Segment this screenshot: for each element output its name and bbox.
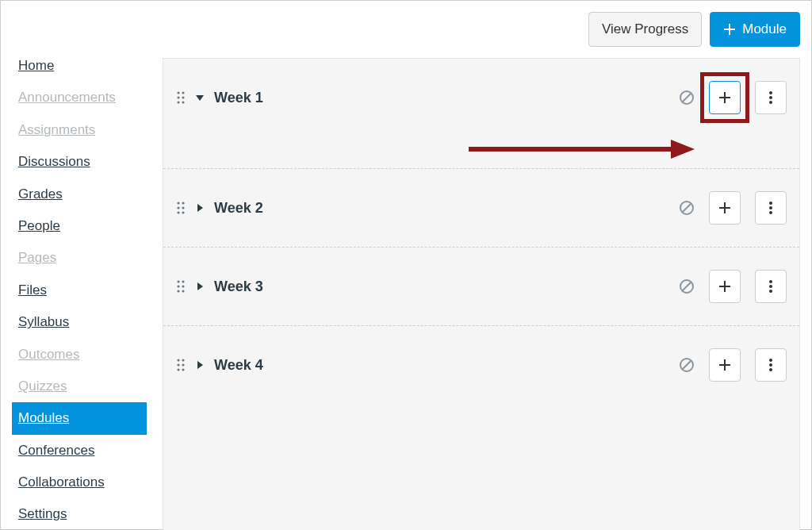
module-options-button[interactable]	[755, 191, 787, 225]
drag-handle-icon[interactable]	[176, 90, 186, 105]
sidebar-item-conferences[interactable]: Conferences	[12, 435, 147, 467]
drag-handle-icon[interactable]	[176, 279, 186, 294]
svg-point-10	[769, 96, 772, 99]
plus-icon	[718, 91, 731, 104]
svg-point-47	[769, 368, 772, 371]
sidebar-item-outcomes[interactable]: Outcomes	[12, 339, 147, 371]
plus-icon	[718, 359, 731, 371]
unpublished-icon[interactable]	[679, 357, 695, 373]
module-options-button[interactable]	[755, 270, 787, 303]
module-options-button[interactable]	[755, 348, 787, 382]
svg-point-13	[182, 202, 184, 204]
drag-handle-icon[interactable]	[176, 201, 186, 215]
sidebar-item-modules[interactable]: Modules	[12, 402, 147, 434]
sidebar-item-pages[interactable]: Pages	[12, 242, 147, 274]
svg-marker-30	[197, 282, 203, 290]
caret-right-icon[interactable]	[195, 360, 205, 370]
module-header: Week 4	[163, 326, 799, 404]
module-list: Week 1Week 2Week 3Week 4	[163, 58, 800, 530]
kebab-icon	[768, 90, 773, 105]
svg-point-38	[177, 363, 179, 366]
sidebar-item-discussions[interactable]: Discussions	[12, 146, 147, 178]
add-item-highlight-box	[703, 185, 747, 231]
kebab-icon	[768, 358, 773, 372]
kebab-icon	[768, 279, 773, 294]
sidebar-item-quizzes[interactable]: Quizzes	[12, 371, 147, 402]
sidebar-item-home[interactable]: Home	[12, 50, 147, 82]
svg-point-17	[182, 211, 184, 213]
svg-point-45	[769, 359, 772, 362]
add-item-highlight-box	[703, 342, 747, 388]
svg-marker-42	[197, 361, 203, 369]
svg-point-23	[769, 211, 772, 214]
module: Week 3	[163, 247, 799, 325]
modules-main: Week 1Week 2Week 3Week 4	[163, 58, 800, 530]
sidebar-item-collaborations[interactable]: Collaborations	[12, 467, 147, 498]
module-title: Week 4	[214, 357, 263, 374]
svg-point-28	[177, 290, 179, 292]
svg-point-0	[177, 91, 179, 94]
module-actions	[679, 263, 787, 309]
svg-point-46	[769, 363, 772, 367]
module-title: Week 3	[214, 278, 263, 295]
svg-point-5	[182, 101, 184, 103]
module: Week 1	[163, 59, 799, 168]
add-item-highlight-box	[703, 75, 747, 121]
module-actions	[679, 342, 787, 388]
svg-marker-6	[196, 95, 204, 101]
module-title: Week 1	[214, 90, 263, 106]
kebab-icon	[768, 201, 773, 215]
sidebar-item-assignments[interactable]: Assignments	[12, 114, 147, 146]
svg-point-40	[177, 368, 179, 371]
svg-point-12	[177, 202, 179, 204]
sidebar-item-announcements[interactable]: Announcements	[12, 82, 147, 113]
svg-point-34	[769, 285, 772, 288]
svg-line-20	[683, 204, 691, 213]
module-options-button[interactable]	[755, 81, 787, 114]
module: Week 2	[163, 168, 799, 247]
content: HomeAnnouncementsAssignmentsDiscussionsG…	[1, 47, 811, 530]
plus-icon	[718, 280, 731, 293]
unpublished-icon[interactable]	[679, 200, 695, 216]
svg-point-41	[182, 368, 184, 371]
svg-point-37	[182, 359, 184, 361]
svg-point-36	[177, 359, 179, 361]
add-item-button[interactable]	[709, 270, 741, 303]
add-item-button[interactable]	[709, 348, 741, 382]
svg-point-16	[177, 211, 179, 213]
sidebar-item-files[interactable]: Files	[12, 275, 147, 306]
add-item-highlight-box	[703, 263, 747, 309]
svg-line-8	[683, 94, 691, 102]
module: Week 4	[163, 325, 799, 404]
topbar: View Progress Module	[1, 1, 811, 47]
module-header: Week 2	[163, 169, 799, 247]
drag-handle-icon[interactable]	[176, 358, 186, 372]
svg-point-24	[177, 280, 179, 282]
caret-right-icon[interactable]	[195, 282, 205, 291]
svg-point-3	[182, 96, 184, 98]
sidebar-item-people[interactable]: People	[12, 210, 147, 242]
unpublished-icon[interactable]	[679, 278, 695, 294]
sidebar-item-settings[interactable]: Settings	[12, 498, 147, 530]
add-item-button[interactable]	[709, 81, 741, 114]
svg-point-33	[769, 280, 772, 283]
course-nav-sidebar: HomeAnnouncementsAssignmentsDiscussionsG…	[12, 47, 147, 530]
unpublished-icon[interactable]	[679, 90, 695, 106]
svg-point-1	[182, 91, 184, 94]
module-title: Week 2	[214, 200, 263, 217]
svg-point-21	[769, 202, 772, 205]
svg-point-2	[177, 96, 179, 98]
sidebar-item-syllabus[interactable]: Syllabus	[12, 306, 147, 338]
plus-icon	[718, 202, 731, 214]
app-frame: View Progress Module HomeAnnouncementsAs…	[0, 0, 812, 530]
sidebar-item-grades[interactable]: Grades	[12, 179, 147, 210]
svg-point-35	[769, 290, 772, 293]
caret-right-icon[interactable]	[195, 203, 205, 213]
module-header: Week 3	[163, 248, 799, 325]
view-progress-label: View Progress	[602, 21, 688, 37]
add-module-button[interactable]: Module	[710, 12, 800, 47]
add-item-button[interactable]	[709, 191, 741, 225]
view-progress-button[interactable]: View Progress	[588, 12, 702, 47]
caret-down-icon[interactable]	[195, 93, 205, 102]
svg-point-27	[182, 285, 184, 287]
